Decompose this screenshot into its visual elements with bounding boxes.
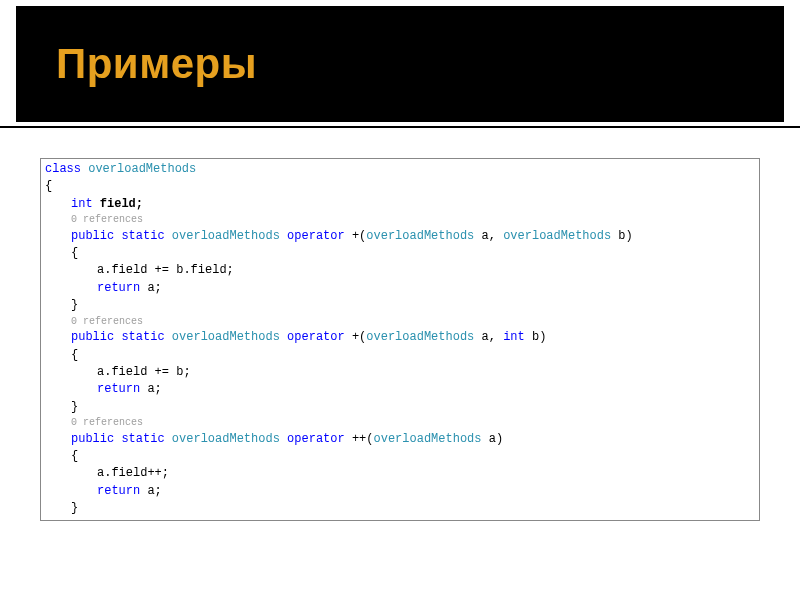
brace-close: } <box>71 400 78 414</box>
code-line: { <box>45 448 755 465</box>
keyword-public: public <box>71 229 114 243</box>
code-line: int field; <box>45 196 755 213</box>
keyword-static: static <box>121 432 164 446</box>
op-plusplus: ++( <box>345 432 374 446</box>
return-a: a; <box>140 382 162 396</box>
param-b: b) <box>525 330 547 344</box>
space <box>165 229 172 243</box>
keyword-class: class <box>45 162 81 176</box>
return-type: overloadMethods <box>172 229 280 243</box>
code-line: } <box>45 500 755 517</box>
param-a: a, <box>474 229 503 243</box>
code-line: { <box>45 178 755 195</box>
code-line: return a; <box>45 483 755 500</box>
brace-open: { <box>45 179 52 193</box>
op-plus: +( <box>345 229 367 243</box>
brace-open: { <box>71 246 78 260</box>
param-a: a) <box>482 432 504 446</box>
brace-close: } <box>71 298 78 312</box>
class-name: overloadMethods <box>88 162 196 176</box>
codelens: 0 references <box>45 416 755 431</box>
code-line: } <box>45 399 755 416</box>
param-b: b) <box>611 229 633 243</box>
stmt: a.field += b; <box>97 365 191 379</box>
param-a: a, <box>474 330 503 344</box>
keyword-public: public <box>71 432 114 446</box>
keyword-return: return <box>97 382 140 396</box>
keyword-static: static <box>121 330 164 344</box>
param-int: int <box>503 330 525 344</box>
code-line: public static overloadMethods operator +… <box>45 431 755 448</box>
stmt: a.field++; <box>97 466 169 480</box>
keyword-return: return <box>97 484 140 498</box>
keyword-operator: operator <box>287 229 345 243</box>
codelens: 0 references <box>45 315 755 330</box>
codelens: 0 references <box>45 213 755 228</box>
brace-close: } <box>71 501 78 515</box>
code-box: class overloadMethods { int field; 0 ref… <box>40 158 760 521</box>
slide-title: Примеры <box>56 40 257 88</box>
keyword-operator: operator <box>287 432 345 446</box>
keyword-operator: operator <box>287 330 345 344</box>
keyword-static: static <box>121 229 164 243</box>
slide: Примеры class overloadMethods { int fiel… <box>0 6 800 600</box>
space <box>165 330 172 344</box>
code-line: class overloadMethods <box>45 161 755 178</box>
code-line: { <box>45 347 755 364</box>
code-line: a.field++; <box>45 465 755 482</box>
param-type: overloadMethods <box>374 432 482 446</box>
keyword-public: public <box>71 330 114 344</box>
stmt: a.field += b.field; <box>97 263 234 277</box>
space <box>165 432 172 446</box>
param-type: overloadMethods <box>366 229 474 243</box>
space <box>280 432 287 446</box>
divider <box>0 126 800 128</box>
field-decl: field; <box>100 197 143 211</box>
return-a: a; <box>140 281 162 295</box>
keyword-int: int <box>71 197 93 211</box>
code-line: { <box>45 245 755 262</box>
keyword-return: return <box>97 281 140 295</box>
code-line: public static overloadMethods operator +… <box>45 228 755 245</box>
code-line: } <box>45 297 755 314</box>
return-type: overloadMethods <box>172 330 280 344</box>
code-line: public static overloadMethods operator +… <box>45 329 755 346</box>
header-bar: Примеры <box>16 6 784 122</box>
op-plus: +( <box>345 330 367 344</box>
param-type: overloadMethods <box>366 330 474 344</box>
code-line: return a; <box>45 280 755 297</box>
space <box>280 330 287 344</box>
brace-open: { <box>71 449 78 463</box>
return-type: overloadMethods <box>172 432 280 446</box>
code-line: a.field += b; <box>45 364 755 381</box>
space <box>280 229 287 243</box>
brace-open: { <box>71 348 78 362</box>
return-a: a; <box>140 484 162 498</box>
code-line: return a; <box>45 381 755 398</box>
param-type: overloadMethods <box>503 229 611 243</box>
code-line: a.field += b.field; <box>45 262 755 279</box>
space <box>93 197 100 211</box>
